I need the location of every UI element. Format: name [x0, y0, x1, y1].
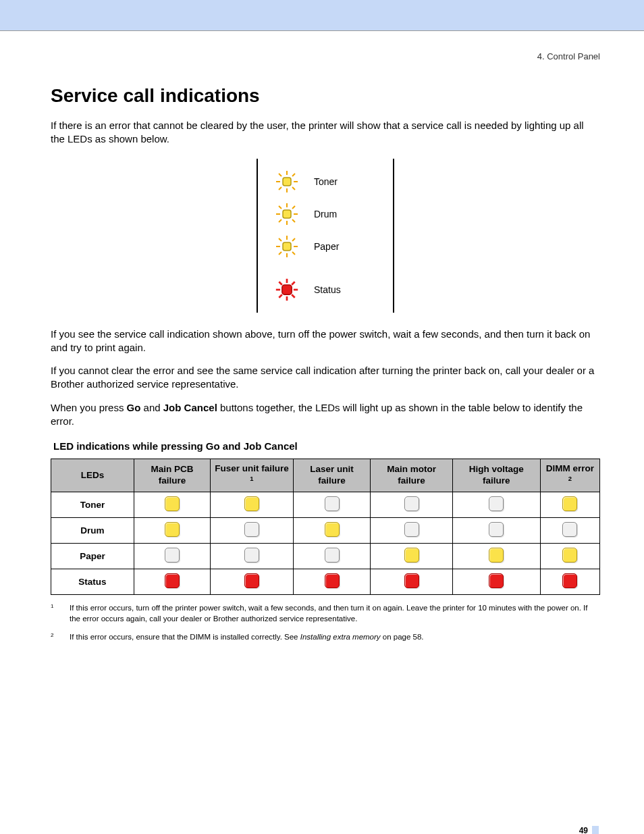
- table-row: Drum: [51, 518, 600, 544]
- svg-line-15: [292, 206, 295, 209]
- text: and: [140, 402, 163, 413]
- led-cell: [371, 518, 453, 544]
- led-cell: [210, 569, 293, 595]
- led-cell: [540, 544, 599, 569]
- led-cell: [452, 569, 540, 595]
- led-row-toner: Toner: [275, 165, 376, 198]
- svg-line-33: [292, 282, 295, 285]
- led-off-icon: [404, 522, 419, 537]
- svg-line-13: [279, 206, 281, 209]
- led-label: Paper: [314, 241, 339, 252]
- table-header-row: LEDs Main PCB failure Fuser unit failure…: [51, 459, 600, 492]
- led-row-drum: Drum: [275, 198, 376, 230]
- col-laser: Laser unit failure: [293, 459, 370, 492]
- led-off-icon: [489, 496, 504, 511]
- led-yellow-blink-icon: [275, 170, 299, 194]
- led-cell: [210, 492, 293, 518]
- page-number-tab: [592, 826, 599, 834]
- cross-ref: Installing extra memory: [300, 633, 381, 641]
- top-band: [0, 0, 644, 31]
- led-yellow-icon: [165, 522, 180, 537]
- led-error-table: LEDs Main PCB failure Fuser unit failure…: [51, 459, 600, 595]
- page-title: Service call indications: [51, 85, 600, 107]
- led-yellow-icon: [489, 548, 504, 563]
- led-cell: [293, 544, 370, 569]
- led-cell: [134, 569, 211, 595]
- led-red-icon: [404, 573, 419, 588]
- svg-line-4: [279, 174, 281, 176]
- go-button-ref: Go: [127, 402, 141, 413]
- jobcancel-button-ref: Job Cancel: [163, 402, 217, 413]
- led-panel: Toner Drum: [257, 159, 394, 313]
- table-body: TonerDrumPaperStatus: [51, 492, 600, 595]
- svg-line-5: [292, 187, 295, 190]
- led-red-icon: [489, 573, 504, 588]
- led-yellow-icon: [404, 548, 419, 563]
- led-yellow-blink-icon: [275, 234, 299, 259]
- row-header: Toner: [51, 492, 134, 518]
- svg-line-22: [279, 238, 281, 241]
- svg-line-25: [279, 252, 281, 255]
- led-label: Status: [314, 284, 341, 295]
- table-row: Toner: [51, 492, 600, 518]
- svg-line-24: [292, 238, 295, 241]
- led-cell: [134, 492, 211, 518]
- footnote-text: If this error occurs, ensure that the DI…: [70, 632, 424, 643]
- led-red-icon: [165, 573, 180, 588]
- led-yellow-icon: [244, 496, 259, 511]
- col-main-pcb: Main PCB failure: [134, 459, 211, 492]
- table-caption: LED indications while pressing Go and Jo…: [53, 440, 600, 452]
- led-cell: [540, 492, 599, 518]
- led-cell: [540, 518, 599, 544]
- col-leds: LEDs: [51, 459, 134, 492]
- row-header: Drum: [51, 518, 134, 544]
- led-cell: [134, 544, 211, 569]
- col-high-voltage: High voltage failure: [452, 459, 540, 492]
- footnote-text: If this error occurs, turn off the print…: [70, 603, 600, 624]
- col-fuser: Fuser unit failure 1: [210, 459, 293, 492]
- footnote-ref-1: 1: [250, 475, 253, 482]
- led-cell: [371, 492, 453, 518]
- svg-line-14: [292, 219, 295, 222]
- footnote-number: 2: [51, 632, 59, 643]
- led-cell: [293, 569, 370, 595]
- footnote-1: 1 If this error occurs, turn off the pri…: [51, 603, 600, 624]
- led-yellow-icon: [562, 548, 577, 563]
- led-row-paper: Paper: [275, 230, 376, 263]
- svg-rect-35: [282, 284, 292, 294]
- row-header: Paper: [51, 544, 134, 569]
- led-yellow-icon: [562, 496, 577, 511]
- led-off-icon: [489, 522, 504, 537]
- led-label: Drum: [314, 209, 337, 219]
- led-cell: [452, 518, 540, 544]
- footnote-number: 1: [51, 603, 59, 624]
- page-content: 4. Control Panel Service call indication…: [0, 31, 644, 834]
- led-cell: [371, 569, 453, 595]
- section-header: 4. Control Panel: [51, 51, 600, 61]
- row-header: Status: [51, 569, 134, 595]
- svg-line-16: [279, 219, 281, 222]
- led-cell: [452, 544, 540, 569]
- led-yellow-icon: [325, 522, 340, 537]
- led-off-icon: [165, 548, 180, 563]
- led-label: Toner: [314, 176, 338, 187]
- text: When you press: [51, 402, 127, 413]
- led-cell: [540, 569, 599, 595]
- led-off-icon: [244, 522, 259, 537]
- col-dimm: DIMM error 2: [540, 459, 599, 492]
- led-cell: [210, 544, 293, 569]
- led-off-icon: [562, 522, 577, 537]
- paragraph-4: When you press Go and Job Cancel buttons…: [51, 401, 600, 429]
- led-red-icon: [325, 573, 340, 588]
- footnote-ref-2: 2: [568, 475, 572, 482]
- led-cell: [371, 544, 453, 569]
- page-number: 49: [51, 826, 600, 834]
- led-red-icon: [244, 573, 259, 588]
- svg-rect-26: [283, 242, 291, 251]
- svg-line-6: [292, 174, 295, 176]
- led-off-icon: [325, 548, 340, 563]
- led-yellow-icon: [165, 496, 180, 511]
- intro-paragraph: If there is an error that cannot be clea…: [51, 119, 600, 147]
- led-panel-figure: Toner Drum: [51, 159, 600, 313]
- svg-line-31: [279, 282, 282, 285]
